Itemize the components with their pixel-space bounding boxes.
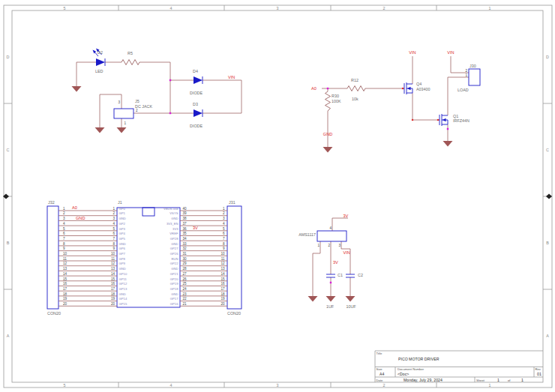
right-center-mark bbox=[546, 194, 552, 199]
j1-left-pin-name: GND bbox=[119, 292, 126, 296]
j1-left-pin-name: GP2 bbox=[119, 222, 126, 226]
ground-symbol bbox=[323, 147, 333, 153]
pin-dot bbox=[402, 88, 404, 89]
junction-dot bbox=[170, 79, 171, 81]
j1-right-pin-name: GP28 bbox=[170, 237, 178, 241]
vin-net-label-j30: VIN bbox=[447, 50, 454, 55]
j1-left-pin-number: 15 bbox=[111, 277, 116, 281]
j32-pin-number: 10 bbox=[63, 252, 68, 256]
title-block-lines bbox=[375, 351, 543, 382]
ground-symbol bbox=[72, 86, 82, 92]
pin-dot bbox=[412, 119, 413, 121]
title-block: Title PICO MOTOR DRIVER Size A4 Document… bbox=[375, 351, 543, 382]
header-pin-rows: 11GP0VBUS-usb40122GP1VSYS39233GNDGND3834… bbox=[58, 207, 227, 307]
j1-right-pin-number: 23 bbox=[183, 292, 188, 296]
j31-pin-number: 12 bbox=[220, 262, 225, 265]
j1-right-pin-number: 27 bbox=[183, 272, 188, 276]
j30-load-label: LOAD bbox=[458, 88, 469, 92]
r30-ref: R30 bbox=[332, 94, 339, 98]
j1-left-pin-number: 11 bbox=[111, 257, 115, 261]
j1-left-pin-number: 10 bbox=[111, 252, 116, 256]
capacitor-c1-symbol bbox=[326, 274, 335, 277]
zone-left-b: B bbox=[7, 241, 10, 245]
zone-right-c: C bbox=[546, 148, 549, 152]
j1-right-pin-name: GP26 bbox=[170, 252, 178, 256]
j31-pin-number: 14 bbox=[220, 272, 225, 276]
j1-left-pin-name: GP12 bbox=[119, 282, 128, 286]
pin-dot bbox=[437, 119, 439, 121]
vin-net-label-q4: VIN bbox=[409, 50, 416, 55]
diode-d3-symbol bbox=[194, 109, 202, 117]
j1-left-pin-number: 8 bbox=[112, 242, 115, 246]
j1-right-pin-number: 26 bbox=[183, 277, 188, 281]
j1-left-pin-name: GP1 bbox=[119, 211, 126, 215]
j31-pin-number: 17 bbox=[220, 287, 225, 291]
j1-right-pin-number: 39 bbox=[183, 211, 188, 215]
j1-right-pin-name: GP22 bbox=[170, 262, 178, 265]
c1-ref: C1 bbox=[338, 273, 343, 277]
pico-usb-notch bbox=[142, 208, 154, 216]
q4-ref: Q4 bbox=[416, 82, 422, 86]
j5-pin2-number: 2 bbox=[136, 109, 138, 112]
zone-bottom-4: 4 bbox=[170, 383, 172, 388]
ground-symbol bbox=[326, 296, 336, 302]
j1-left-pin-name: GP0 bbox=[119, 207, 126, 211]
j32-pin-number: 1 bbox=[63, 207, 65, 211]
zone-top-3: 3 bbox=[277, 6, 279, 10]
j31-pin-number: 5 bbox=[223, 227, 225, 231]
led-ref: D2 bbox=[98, 50, 103, 55]
j32-pin-number: 2 bbox=[63, 211, 65, 215]
resistor-r12-symbol bbox=[347, 86, 365, 91]
j1-right-pin-name: GP20 bbox=[170, 277, 178, 281]
regulator-pin4-number: 4 bbox=[329, 226, 332, 230]
j31-connector-symbol bbox=[227, 206, 242, 309]
j31-pin-number: 9 bbox=[223, 247, 225, 250]
j32-pin-number: 17 bbox=[63, 287, 68, 291]
schematic-sheet: 5 4 3 2 1 5 4 3 2 1 D C B A D C B A Titl… bbox=[0, 0, 555, 392]
schematic-canvas: 5 4 3 2 1 5 4 3 2 1 D C B A D C B A Titl… bbox=[0, 0, 555, 392]
date-value: Monday, July 29, 2024 bbox=[404, 378, 442, 382]
j1-right-pin-number: 30 bbox=[183, 257, 188, 261]
c2-ref: C2 bbox=[358, 273, 363, 277]
j1-right-pin-number: 22 bbox=[183, 297, 188, 301]
j1-left-pin-name: GND bbox=[119, 217, 126, 220]
zone-top-2: 2 bbox=[383, 6, 386, 10]
r30-value: 100K bbox=[332, 99, 341, 103]
3v-net-label: 3V bbox=[193, 226, 198, 230]
d4-ref: D4 bbox=[193, 69, 198, 73]
junction-dot bbox=[447, 128, 448, 130]
j31-pin-number: 16 bbox=[220, 282, 225, 286]
j1-right-pin-number: 36 bbox=[183, 227, 188, 231]
j5-pin3-number: 3 bbox=[118, 100, 120, 104]
j32-pin-number: 19 bbox=[63, 297, 68, 301]
j1-right-pin-number: 33 bbox=[183, 242, 188, 246]
j1-left-pin-name: GP15 bbox=[119, 302, 128, 306]
resistor-r30-symbol bbox=[326, 91, 331, 111]
j32-pin-number: 11 bbox=[63, 257, 67, 261]
c1-value: 1UF bbox=[326, 304, 334, 309]
regulator-pin2-number: 2 bbox=[328, 244, 330, 247]
schematic-title: PICO MOTOR DRIVER bbox=[398, 357, 440, 361]
j1-right-pin-name: GND bbox=[171, 217, 178, 220]
j1-left-pin-name: GP7 bbox=[119, 252, 126, 256]
j1-right-pin-number: 25 bbox=[183, 282, 188, 286]
j1-left-pin-name: GP5 bbox=[119, 237, 126, 241]
zone-right-a: A bbox=[546, 334, 549, 338]
size-label: Size bbox=[376, 367, 383, 371]
regulator-symbol bbox=[317, 231, 346, 241]
j31-pin-number: 8 bbox=[223, 242, 225, 246]
c2-value: 10UF bbox=[346, 304, 356, 309]
j1-left-pin-number: 3 bbox=[112, 217, 115, 220]
j1-right-pin-name: GND bbox=[171, 267, 178, 271]
ground-symbol bbox=[117, 127, 127, 133]
j31-pin-number: 4 bbox=[223, 222, 225, 226]
r5-ref: R5 bbox=[128, 51, 133, 55]
sheet-label: Sheet bbox=[476, 379, 485, 382]
zone-bottom-2: 2 bbox=[383, 383, 386, 388]
j31-pin-number: 3 bbox=[223, 217, 225, 220]
j1-left-pin-name: GP4 bbox=[119, 232, 126, 235]
ground-symbol bbox=[308, 296, 318, 302]
vin-net-label: VIN bbox=[344, 250, 350, 255]
j32-pin-number: 7 bbox=[63, 237, 65, 241]
regulator-circuit: 3V AMS1117 4 1 2 3 3V VIN C1 C2 1UF 10UF bbox=[298, 214, 363, 309]
